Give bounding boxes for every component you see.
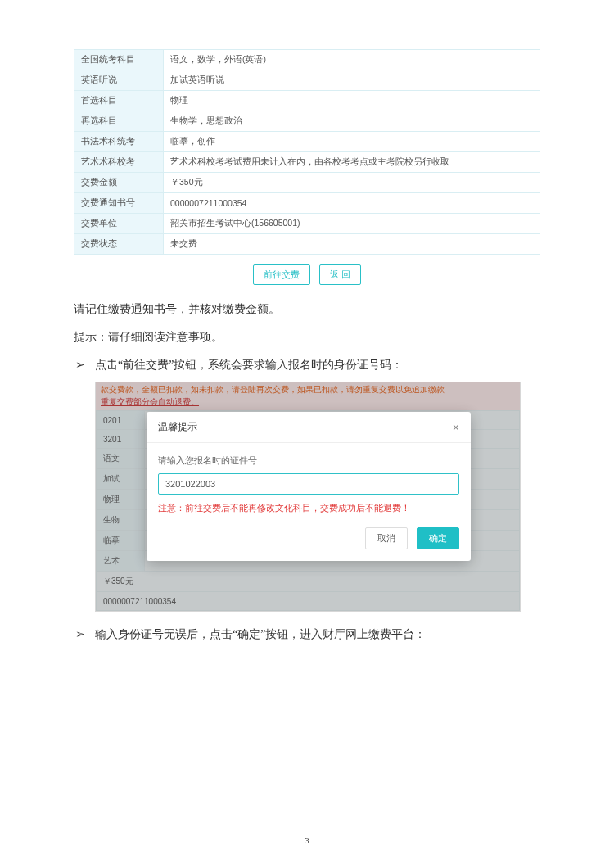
row-label: 英语听说	[74, 70, 164, 91]
cancel-button[interactable]: 取消	[365, 527, 408, 549]
screenshot-id-modal: 款交费款，金额已扣款，如未扣款，请登陆再次交费，如果已扣款，请勿重复交费以免追加…	[95, 382, 521, 612]
id-number-input[interactable]	[158, 473, 459, 495]
table-row: 英语听说加试英语听说	[74, 70, 540, 91]
bg-cell: 艺术	[97, 551, 145, 572]
table-row: 艺术术科校考艺术术科校考考试费用未计入在内，由各校考考点或主考院校另行收取	[74, 152, 540, 173]
payment-info-table: 全国统考科目语文，数学，外语(英语) 英语听说加试英语听说 首选科目物理 再选科…	[74, 49, 540, 255]
table-row: 交费状态未交费	[74, 234, 540, 255]
row-label: 再选科目	[74, 111, 164, 132]
modal-input-label: 请输入您报名时的证件号	[158, 454, 459, 467]
row-label: 交费通知书号	[74, 193, 164, 214]
bg-warn-line2: 重复交费部分会自动退费。	[96, 396, 520, 410]
bg-cell: 0000007211000354	[97, 592, 520, 611]
table-row: 再选科目生物学，思想政治	[74, 111, 540, 132]
row-value: 物理	[164, 91, 540, 111]
bullet-arrow-icon: ➢	[74, 623, 95, 646]
row-value: 加试英语听说	[164, 70, 540, 91]
table-row: 交费通知书号0000007211000354	[74, 193, 540, 214]
row-value: 语文，数学，外语(英语)	[164, 50, 540, 70]
row-value: ￥350元	[164, 173, 540, 193]
bg-warn-line1: 款交费款，金额已扣款，如未扣款，请登陆再次交费，如果已扣款，请勿重复交费以免追加…	[96, 382, 520, 396]
bg-cell: ￥350元	[97, 572, 520, 592]
table-row: 书法术科统考临摹，创作	[74, 132, 540, 152]
bullet-text-2: 输入身份证号无误后，点击“确定”按钮，进入财厅网上缴费平台：	[95, 623, 540, 646]
row-label: 全国统考科目	[74, 50, 164, 70]
bg-cell: 0201	[97, 411, 145, 430]
bg-cell: 临摹	[97, 531, 145, 551]
table-row: 首选科目物理	[74, 91, 540, 111]
id-prompt-modal: 温馨提示 × 请输入您报名时的证件号 注意：前往交费后不能再修改文化科目，交费成…	[147, 412, 471, 561]
row-label: 交费单位	[74, 214, 164, 234]
row-value: 艺术术科校考考试费用未计入在内，由各校考考点或主考院校另行收取	[164, 152, 540, 173]
row-label: 交费状态	[74, 234, 164, 255]
table-row: 交费单位韶关市招生考试中心(156605001)	[74, 214, 540, 234]
button-row: 前往交费 返 回	[74, 264, 540, 285]
table-row: 交费金额￥350元	[74, 173, 540, 193]
back-button[interactable]: 返 回	[319, 264, 361, 285]
table-row: 全国统考科目语文，数学，外语(英语)	[74, 50, 540, 70]
bg-cell: 语文	[97, 449, 145, 469]
modal-warning-text: 注意：前往交费后不能再修改文化科目，交费成功后不能退费！	[158, 503, 459, 514]
row-label: 交费金额	[74, 173, 164, 193]
close-icon[interactable]: ×	[453, 422, 459, 433]
bullet-text-1: 点击“前往交费”按钮，系统会要求输入报名时的身份证号码：	[95, 354, 540, 377]
modal-title: 温馨提示	[158, 420, 197, 434]
bg-cell: 3201	[97, 430, 145, 449]
row-label: 书法术科统考	[74, 132, 164, 152]
row-value: 未交费	[164, 234, 540, 255]
confirm-button[interactable]: 确定	[417, 527, 459, 549]
row-value: 0000007211000354	[164, 193, 540, 214]
go-pay-button[interactable]: 前往交费	[253, 264, 310, 285]
row-value: 生物学，思想政治	[164, 111, 540, 132]
row-label: 首选科目	[74, 91, 164, 111]
bg-cell: 物理	[97, 490, 145, 510]
paragraph-tip: 提示：请仔细阅读注意事项。	[74, 326, 540, 349]
paragraph-reminder: 请记住缴费通知书号，并核对缴费金额。	[74, 298, 540, 321]
bullet-arrow-icon: ➢	[74, 354, 95, 377]
row-label: 艺术术科校考	[74, 152, 164, 173]
bg-cell: 生物	[97, 510, 145, 531]
row-value: 临摹，创作	[164, 132, 540, 152]
page-number: 3	[0, 835, 614, 845]
row-value: 韶关市招生考试中心(156605001)	[164, 214, 540, 234]
bg-cell: 加试	[97, 469, 145, 490]
